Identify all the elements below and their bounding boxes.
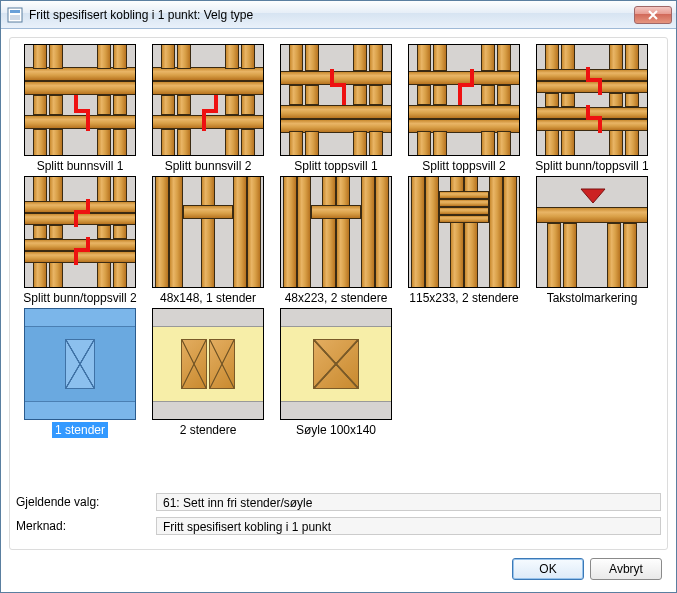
content-panel: Splitt bunnsvill 1 xyxy=(9,37,668,550)
tile-splitt-bunnsvill-2[interactable]: Splitt bunnsvill 2 xyxy=(144,44,272,174)
svg-rect-1 xyxy=(10,10,20,13)
tile-label: Splitt bunnsvill 2 xyxy=(162,158,255,174)
thumb-icon xyxy=(24,44,136,156)
tile-label: 48x223, 2 stendere xyxy=(282,290,391,306)
thumb-icon xyxy=(280,44,392,156)
tile-label: Søyle 100x140 xyxy=(293,422,379,438)
svg-rect-2 xyxy=(10,15,20,20)
thumb-icon xyxy=(280,308,392,420)
titlebar: Fritt spesifisert kobling i 1 punkt: Vel… xyxy=(1,1,676,29)
dialog-buttons: OK Avbryt xyxy=(9,550,668,584)
tile-soyle-100x140[interactable]: Søyle 100x140 xyxy=(272,308,400,438)
tile-splitt-toppsvill-1[interactable]: Splitt toppsvill 1 xyxy=(272,44,400,174)
tile-label: 1 stender xyxy=(52,422,108,438)
dialog-window: Fritt spesifisert kobling i 1 punkt: Vel… xyxy=(0,0,677,593)
tile-label: 2 stendere xyxy=(177,422,240,438)
thumb-icon xyxy=(408,44,520,156)
tile-label: Splitt bunn/toppsvill 2 xyxy=(20,290,139,306)
tile-115x233-2-stendere[interactable]: 115x233, 2 stendere xyxy=(400,176,528,306)
thumb-icon xyxy=(152,308,264,420)
merknad-row: Merknad: Fritt spesifisert kobling i 1 p… xyxy=(16,517,661,535)
tile-label: Splitt bunn/toppsvill 1 xyxy=(532,158,651,174)
window-title: Fritt spesifisert kobling i 1 punkt: Vel… xyxy=(29,8,634,22)
thumb-icon xyxy=(152,176,264,288)
ok-button[interactable]: OK xyxy=(512,558,584,580)
tile-splitt-toppsvill-2[interactable]: Splitt toppsvill 2 xyxy=(400,44,528,174)
tile-2-stendere[interactable]: 2 stendere xyxy=(144,308,272,438)
gjeldende-valg-value: 61: Sett inn fri stender/søyle xyxy=(156,493,661,511)
gjeldende-valg-label: Gjeldende valg: xyxy=(16,495,156,509)
merknad-label: Merknad: xyxy=(16,519,156,533)
tile-label: Takstolmarkering xyxy=(544,290,641,306)
thumb-icon xyxy=(536,44,648,156)
thumb-icon xyxy=(152,44,264,156)
thumb-icon xyxy=(24,308,136,420)
client-area: Splitt bunnsvill 1 xyxy=(1,29,676,592)
gjeldende-valg-row: Gjeldende valg: 61: Sett inn fri stender… xyxy=(16,493,661,511)
cancel-button[interactable]: Avbryt xyxy=(590,558,662,580)
tile-splitt-bunn-toppsvill-1[interactable]: Splitt bunn/toppsvill 1 xyxy=(528,44,656,174)
tile-splitt-bunnsvill-1[interactable]: Splitt bunnsvill 1 xyxy=(16,44,144,174)
tile-48x223-2-stendere[interactable]: 48x223, 2 stendere xyxy=(272,176,400,306)
close-icon xyxy=(648,10,658,20)
tile-1-stender[interactable]: 1 stender xyxy=(16,308,144,438)
tile-label: 48x148, 1 stender xyxy=(157,290,259,306)
tile-takstolmarkering[interactable]: Takstolmarkering xyxy=(528,176,656,306)
thumb-icon xyxy=(408,176,520,288)
tile-48x148-1-stender[interactable]: 48x148, 1 stender xyxy=(144,176,272,306)
thumb-icon xyxy=(24,176,136,288)
thumb-icon xyxy=(536,176,648,288)
tile-label: Splitt toppsvill 2 xyxy=(419,158,508,174)
thumb-icon xyxy=(280,176,392,288)
tile-splitt-bunn-toppsvill-2[interactable]: Splitt bunn/toppsvill 2 xyxy=(16,176,144,306)
app-icon xyxy=(7,7,23,23)
tile-label: Splitt toppsvill 1 xyxy=(291,158,380,174)
fields-area: Gjeldende valg: 61: Sett inn fri stender… xyxy=(16,487,661,541)
merknad-value: Fritt spesifisert kobling i 1 punkt xyxy=(156,517,661,535)
tile-label: Splitt bunnsvill 1 xyxy=(34,158,127,174)
tile-label: 115x233, 2 stendere xyxy=(406,290,521,306)
type-grid: Splitt bunnsvill 1 xyxy=(16,44,661,440)
close-button[interactable] xyxy=(634,6,672,24)
